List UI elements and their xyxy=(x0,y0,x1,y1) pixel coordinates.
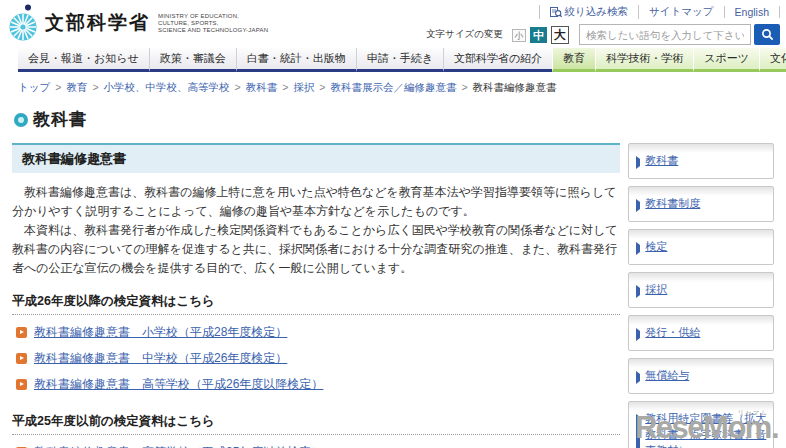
font-size-button[interactable]: 小 xyxy=(512,29,526,42)
document-link[interactable]: 教科書編修趣意書 高等学校（平成25年度以前検定） xyxy=(34,444,323,448)
nav-item[interactable]: 教育 xyxy=(552,48,595,72)
sub-heading-h26: 平成26年度以降の検定資料はこちら xyxy=(12,293,620,315)
sidebar-item-label: 採択 xyxy=(645,282,667,298)
orange-arrow-bullet-icon xyxy=(16,327,27,338)
sidebar-item-label: 無償給与 xyxy=(645,368,689,384)
mext-logo[interactable]: 文部科学省 MINISTRY OF EDUCATION, CULTURE, SP… xyxy=(8,3,268,43)
utility-links: 絞り込み検索 サイトマップ English xyxy=(539,5,780,19)
chevron-right-icon xyxy=(636,328,640,341)
nav-item[interactable]: 申請・手続き xyxy=(356,48,443,72)
sidebar-item-label: 教科書制度 xyxy=(645,196,700,212)
breadcrumb-item[interactable]: 教科書 xyxy=(246,81,278,93)
english-label: English xyxy=(735,6,769,18)
sidebar-item[interactable]: 採択 xyxy=(628,272,774,308)
intro-paragraph: 教科書編修趣意書は、教科書の編修上特に意を用いた点や特色などを教育基本法や学習指… xyxy=(12,183,620,221)
refine-search-link[interactable]: 絞り込み検索 xyxy=(539,5,639,19)
nav-blue-group: 会見・報道・お知らせ政策・審議会白書・統計・出版物申請・手続き文部科学省の紹介 xyxy=(18,48,552,72)
font-size-button[interactable]: 大 xyxy=(551,26,569,44)
font-size-buttons: 小中大 xyxy=(508,25,569,44)
sitemap-link[interactable]: サイトマップ xyxy=(638,5,723,19)
sidebar-item[interactable]: 検定 xyxy=(628,229,774,265)
breadcrumb-item[interactable]: 教科書展示会／編修趣意書 xyxy=(330,81,456,93)
document-link[interactable]: 教科書編修趣意書 中学校（平成26年度検定） xyxy=(34,350,287,367)
resemom-watermark: リセマム ReseMom. xyxy=(635,410,778,446)
refine-search-label: 絞り込み検索 xyxy=(565,5,629,19)
page-title-text: 教科書 xyxy=(33,108,87,131)
sidebar-item[interactable]: 教科書制度 xyxy=(628,186,774,222)
logo-subtitle-line: MINISTRY OF EDUCATION, xyxy=(158,13,268,20)
nav-item[interactable]: 政策・審議会 xyxy=(149,48,236,72)
breadcrumb: トップ>教育>小学校、中学校、高等学校>教科書>採択>教科書展示会／編修趣意書>… xyxy=(18,81,786,95)
chevron-right-icon xyxy=(636,242,640,255)
breadcrumb-separator: > xyxy=(55,81,61,93)
sidebar-item-label: 検定 xyxy=(645,239,667,255)
content: 教科書編修趣意書 教科書編修趣意書は、教科書の編修上特に意を用いた点や特色などを… xyxy=(12,143,774,448)
nav-item[interactable]: 会見・報道・お知らせ xyxy=(18,48,149,72)
sidebar: 教科書教科書制度検定採択発行・供給無償給与教科用特定図書等（拡大教科書、点字教科… xyxy=(628,143,774,448)
chevron-right-icon xyxy=(636,199,640,212)
mext-emblem-icon xyxy=(8,3,38,43)
nav-item[interactable]: スポーツ xyxy=(693,48,759,72)
site-search xyxy=(579,24,780,45)
english-link[interactable]: English xyxy=(724,6,780,18)
orange-arrow-bullet-icon xyxy=(16,379,27,390)
search-button[interactable] xyxy=(754,24,780,45)
sidebar-item-label: 教科書 xyxy=(645,153,678,169)
document-link[interactable]: 教科書編修趣意書 小学校（平成28年度検定） xyxy=(34,324,287,341)
chevron-right-icon xyxy=(636,156,640,169)
breadcrumb-separator: > xyxy=(235,81,241,93)
sidebar-item[interactable]: 発行・供給 xyxy=(628,315,774,351)
circle-bullet-icon xyxy=(14,113,28,127)
main-column: 教科書編修趣意書 教科書編修趣意書は、教科書の編修上特に意を用いた点や特色などを… xyxy=(12,143,620,448)
breadcrumb-separator: > xyxy=(282,81,288,93)
font-size-button[interactable]: 中 xyxy=(530,27,547,43)
watermark-ruby: リセマム xyxy=(737,409,768,418)
page-title: 教科書 xyxy=(14,108,786,131)
header-tools: 文字サイズの変更 小中大 xyxy=(426,24,780,45)
main-nav: 会見・報道・お知らせ政策・審議会白書・統計・出版物申請・手続き文部科学省の紹介 … xyxy=(18,48,768,72)
sidebar-item-label: 発行・供給 xyxy=(645,325,700,341)
document-link-row: 教科書編修趣意書 小学校（平成28年度検定） xyxy=(12,324,620,341)
sitemap-label: サイトマップ xyxy=(649,5,713,19)
chevron-right-icon xyxy=(636,285,640,298)
document-link-row: 教科書編修趣意書 中学校（平成26年度検定） xyxy=(12,350,620,367)
intro-paragraph: 本資料は、教科書発行者が作成した検定関係資料でもあることから広く国民や学校教育の… xyxy=(12,221,620,278)
breadcrumb-separator: > xyxy=(461,81,467,93)
nav-green-group: 教育科学技術・学術スポーツ文化 xyxy=(552,48,786,72)
breadcrumb-separator: > xyxy=(319,81,325,93)
nav-item[interactable]: 白書・統計・出版物 xyxy=(236,48,356,72)
font-size-label: 文字サイズの変更 xyxy=(426,28,503,41)
breadcrumb-item[interactable]: 教科書編修趣意書 xyxy=(473,81,557,93)
logo-subtitle: MINISTRY OF EDUCATION, CULTURE, SPORTS, … xyxy=(158,13,268,34)
document-link-row: 教科書編修趣意書 高等学校（平成25年度以前検定） xyxy=(12,444,620,448)
logo-subtitle-line: SCIENCE AND TECHNOLOGY-JAPAN xyxy=(158,27,268,34)
breadcrumb-item[interactable]: 小学校、中学校、高等学校 xyxy=(104,81,230,93)
sidebar-item[interactable]: 無償給与 xyxy=(628,358,774,394)
link-list-h25: 教科書編修趣意書 高等学校（平成25年度以前検定） xyxy=(12,444,620,448)
breadcrumb-item[interactable]: トップ xyxy=(18,81,50,93)
nav-item[interactable]: 文化 xyxy=(759,48,786,72)
chevron-right-icon xyxy=(636,371,640,384)
logo-title: 文部科学省 xyxy=(45,10,150,36)
search-input[interactable] xyxy=(579,24,751,45)
orange-arrow-bullet-icon xyxy=(16,353,27,364)
link-list-h26: 教科書編修趣意書 小学校（平成28年度検定）教科書編修趣意書 中学校（平成26年… xyxy=(12,324,620,393)
site-header: 文部科学省 MINISTRY OF EDUCATION, CULTURE, SP… xyxy=(0,0,786,47)
document-link[interactable]: 教科書編修趣意書 高等学校（平成26年度以降検定） xyxy=(34,376,323,393)
document-link-row: 教科書編修趣意書 高等学校（平成26年度以降検定） xyxy=(12,376,620,393)
nav-item[interactable]: 科学技術・学術 xyxy=(595,48,693,72)
nav-item[interactable]: 文部科学省の紹介 xyxy=(443,48,552,72)
filter-search-icon xyxy=(550,6,562,18)
breadcrumb-item[interactable]: 採択 xyxy=(293,81,314,93)
section-heading: 教科書編修趣意書 xyxy=(12,143,620,173)
breadcrumb-separator: > xyxy=(92,81,98,93)
sub-heading-h25: 平成25年度以前の検定資料はこちら xyxy=(12,413,620,435)
search-icon xyxy=(761,28,774,41)
sidebar-item[interactable]: 教科書 xyxy=(628,143,774,179)
logo-subtitle-line: CULTURE, SPORTS, xyxy=(158,20,268,27)
breadcrumb-item[interactable]: 教育 xyxy=(66,81,87,93)
